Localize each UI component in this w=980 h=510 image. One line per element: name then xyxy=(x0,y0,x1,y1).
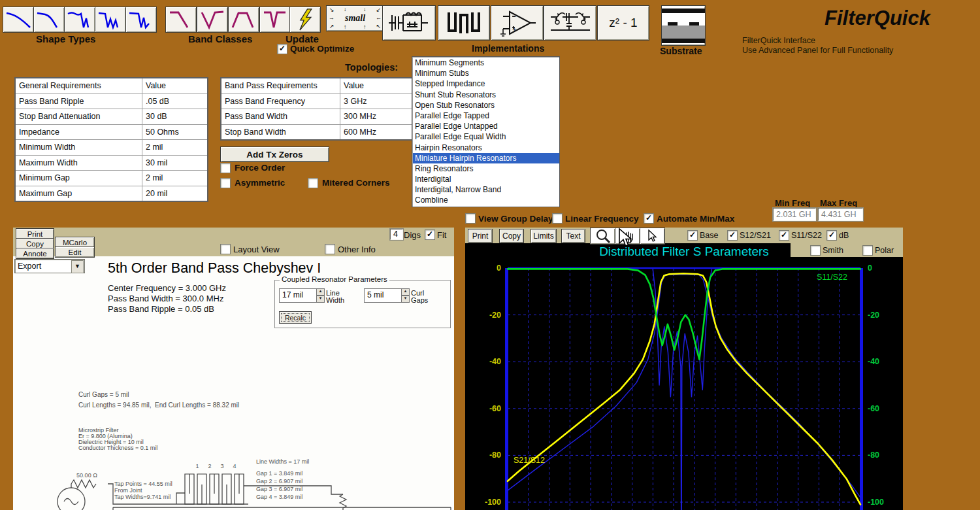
shape-type-1-button[interactable] xyxy=(3,7,34,33)
notch-bounce-icon xyxy=(128,9,154,30)
band-class-bandpass-button[interactable] xyxy=(228,7,259,33)
param-value-cell[interactable]: 30 dB xyxy=(142,109,208,125)
automate-minmax-label: Automate Min/Max xyxy=(657,214,734,224)
digits-input[interactable]: 4 xyxy=(390,229,403,240)
linear-frequency-label: Linear Frequency xyxy=(565,214,639,224)
shape-type-5-button[interactable] xyxy=(125,7,157,33)
svg-text:-60: -60 xyxy=(868,404,879,413)
min-freq-input[interactable]: 2.031 GH xyxy=(773,208,816,221)
base-checkbox[interactable]: ✓ xyxy=(687,230,698,241)
view-group-delay-checkbox[interactable] xyxy=(465,213,476,224)
chevron-down-icon[interactable]: ▼ xyxy=(71,260,84,273)
quick-optimize-checkbox[interactable]: ✓ xyxy=(277,44,287,54)
layout-view-checkbox[interactable] xyxy=(220,244,231,254)
topologies-listbox[interactable]: Minimum SegmentsMinimum StubsStepped Imp… xyxy=(412,56,560,207)
shape-type-4-button[interactable] xyxy=(95,7,126,33)
export-dropdown[interactable]: Export ▼ xyxy=(14,259,85,273)
svg-text:0: 0 xyxy=(497,264,501,273)
inward-arrow-icon: ↓ xyxy=(363,7,367,12)
db-checkbox[interactable]: ✓ xyxy=(826,230,837,241)
topology-item[interactable]: Ring Resonators xyxy=(413,163,559,174)
plot-print-button[interactable]: Print xyxy=(468,229,493,243)
band-class-highpass-button[interactable] xyxy=(197,7,228,33)
update-button[interactable] xyxy=(289,7,321,33)
impl-digital-button[interactable]: z² - 1 xyxy=(597,5,649,41)
svg-text:+: + xyxy=(512,25,516,33)
inward-arrow-icon: ↑ xyxy=(344,24,347,30)
impl-microstrip-button[interactable] xyxy=(438,5,490,41)
linear-frequency-checkbox[interactable] xyxy=(552,213,563,224)
param-value-cell[interactable]: 3 GHz xyxy=(340,94,416,109)
other-info-checkbox[interactable] xyxy=(325,244,335,254)
param-value-cell[interactable]: 2 mil xyxy=(142,140,208,156)
resonator-number: 4 xyxy=(233,463,236,469)
param-value-cell[interactable]: 50 Ohms xyxy=(142,124,208,140)
app-subtitle-2: Use Advanced Panel for Full Functionalit… xyxy=(742,46,893,55)
plot-limits-button[interactable]: Limits xyxy=(531,229,557,243)
min-freq-label: Min Freq xyxy=(775,198,810,208)
param-value-cell[interactable]: .05 dB xyxy=(142,94,208,109)
curl-gaps-stepper[interactable]: ▲▼ xyxy=(401,288,408,301)
topology-item[interactable]: Stepped Impedance xyxy=(413,78,559,89)
doc-annote-button[interactable]: Annote xyxy=(16,248,54,259)
impl-lumped-lc-button[interactable] xyxy=(382,5,436,41)
band-pass-icon xyxy=(231,9,257,30)
param-value-cell[interactable]: 20 mil xyxy=(142,186,208,201)
topology-item[interactable]: Interdigital, Narrow Band xyxy=(413,184,559,195)
recalc-button[interactable]: Recalc xyxy=(279,311,312,324)
plot-text-button[interactable]: Text xyxy=(561,229,585,243)
curl-gaps-note: Curl Gaps = 5 mil xyxy=(78,391,129,398)
force-order-checkbox[interactable] xyxy=(220,163,231,173)
topology-item[interactable]: Shunt Stub Resonators xyxy=(413,90,559,100)
band-class-bandstop-button[interactable] xyxy=(259,7,291,33)
shape-types-label: Shape Types xyxy=(36,33,95,44)
line-width-stepper[interactable]: ▲▼ xyxy=(316,288,323,301)
shape-type-3-button[interactable] xyxy=(64,7,95,33)
topology-item[interactable]: Minimum Stubs xyxy=(413,68,559,78)
requirements-table: General RequirementsValuePass Band Rippl… xyxy=(14,77,208,202)
make-small-button[interactable]: ↘ ↓ ↓ ↙ → ← ↗ ↑ ↑ ↖ small xyxy=(326,5,384,31)
topology-item[interactable]: Minimum Segments xyxy=(413,58,559,68)
fit-checkbox[interactable]: ✓ xyxy=(425,230,435,240)
max-freq-input[interactable]: 4.431 GH xyxy=(818,208,863,221)
impl-active-button[interactable]: −+ xyxy=(491,5,544,41)
plot-copy-button[interactable]: Copy xyxy=(499,229,524,243)
svg-text:-80: -80 xyxy=(868,450,879,460)
topology-item[interactable]: Open Stub Resonators xyxy=(413,100,559,110)
topology-item[interactable]: Hairpin Resonators xyxy=(413,143,559,153)
shape-type-2-button[interactable] xyxy=(33,7,65,33)
s12s21-checkbox[interactable]: ✓ xyxy=(727,230,738,241)
param-value-cell[interactable]: 600 MHz xyxy=(340,124,416,140)
topology-item[interactable]: Parallel Edge Tapped xyxy=(413,110,559,121)
param-value-cell[interactable]: 2 mil xyxy=(142,171,208,186)
topology-item[interactable]: Combline xyxy=(413,195,559,205)
mitered-corners-checkbox[interactable] xyxy=(308,178,318,188)
asymmetric-checkbox[interactable] xyxy=(220,178,231,188)
automate-minmax-checkbox[interactable]: ✓ xyxy=(644,213,654,224)
s11s22-checkbox[interactable]: ✓ xyxy=(779,230,789,241)
band-class-lowpass-button[interactable] xyxy=(165,7,197,33)
base-s21-trace xyxy=(508,275,860,498)
s11s22-label: S11/S22 xyxy=(791,231,822,240)
s-parameter-plot[interactable]: 00-20-20-40-40-60-60-80-80-100-100 xyxy=(465,243,903,510)
topology-item[interactable]: Interdigital xyxy=(413,174,559,184)
curl-gaps-input[interactable]: 5 mil xyxy=(364,288,404,303)
line-width-input[interactable]: 17 mil xyxy=(279,288,319,303)
doc-edit-button[interactable]: Edit xyxy=(55,246,95,258)
select-tool-button[interactable] xyxy=(640,228,665,245)
zoom-tool-button[interactable] xyxy=(590,228,615,245)
center-frequency-line: Center Frequency = 3.000 GHz xyxy=(108,283,226,293)
update-label: Update xyxy=(286,33,319,44)
impl-switched-cap-button[interactable] xyxy=(544,5,596,41)
add-tx-zeros-button[interactable]: Add Tx Zeros xyxy=(220,146,329,162)
topology-item[interactable]: Parallel Edge Equal Width xyxy=(413,131,559,142)
substrate-button[interactable] xyxy=(661,5,706,46)
topology-item[interactable]: Miniature Hairpin Resonators xyxy=(413,153,559,163)
param-value-cell[interactable]: 30 mil xyxy=(142,155,208,171)
inward-arrow-icon: ↓ xyxy=(344,7,347,12)
topology-item[interactable]: Parallel Edge Untapped xyxy=(413,121,559,131)
filter-schematic: 50.00 Ω Tap Points = 44.55 mil From Join… xyxy=(13,452,454,510)
param-value-cell[interactable]: 300 MHz xyxy=(340,109,416,125)
layout-view-label: Layout View xyxy=(233,245,280,254)
param-name-cell: Minimum Gap xyxy=(15,171,142,186)
